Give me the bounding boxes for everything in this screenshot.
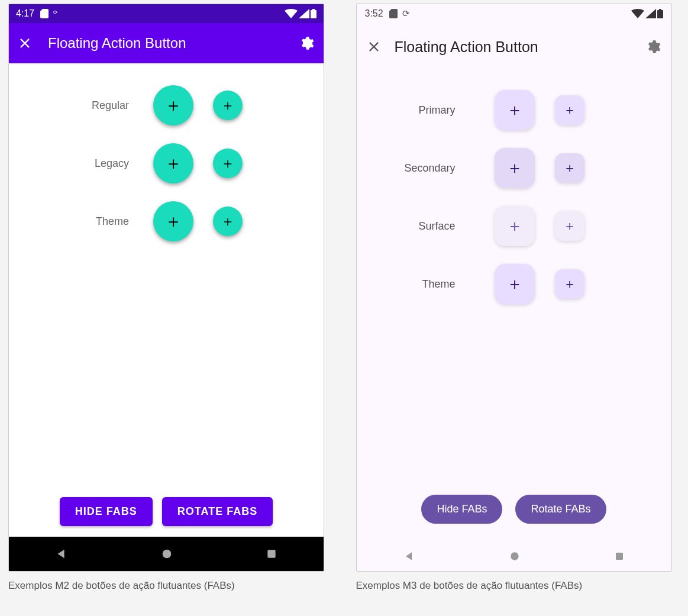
- gear-icon[interactable]: [299, 36, 314, 51]
- fab-small[interactable]: ＋: [555, 95, 584, 125]
- plus-icon: ＋: [506, 276, 523, 292]
- plus-icon: ＋: [506, 102, 523, 118]
- plus-icon: ＋: [221, 214, 235, 228]
- nav-recent-icon[interactable]: [614, 551, 625, 562]
- sync-icon: ⟳: [402, 8, 410, 19]
- fab-large[interactable]: ＋: [495, 264, 535, 304]
- fab-row-label: Secondary: [357, 162, 484, 175]
- fab-large[interactable]: ＋: [495, 206, 535, 246]
- status-time: 4:17: [16, 8, 34, 19]
- sd-card-icon: [40, 9, 49, 18]
- fab-small[interactable]: ＋: [213, 207, 243, 236]
- rotate-fabs-button[interactable]: Rotate FABs: [515, 495, 606, 524]
- m2-body: Regular＋＋Legacy＋＋Theme＋＋ HIDE FABS ROTAT…: [9, 63, 324, 537]
- plus-icon: ＋: [506, 160, 523, 176]
- fab-small[interactable]: ＋: [555, 153, 584, 183]
- hide-fabs-button[interactable]: Hide FABs: [421, 495, 502, 524]
- plus-icon: ＋: [563, 220, 576, 233]
- fab-row-label: Legacy: [9, 157, 142, 170]
- m3-column: 3:52 ⟳: [356, 4, 680, 592]
- plus-icon: ＋: [164, 154, 182, 172]
- nav-recent-icon[interactable]: [266, 548, 277, 560]
- battery-icon: [657, 9, 663, 18]
- plus-icon: ＋: [221, 98, 235, 112]
- fab-large[interactable]: ＋: [495, 148, 535, 188]
- fab-row: Theme＋＋: [357, 255, 671, 313]
- nav-back-icon[interactable]: [55, 547, 68, 560]
- m3-status-bar: 3:52 ⟳: [357, 4, 671, 23]
- plus-icon: ＋: [563, 104, 576, 117]
- wifi-icon: [285, 9, 298, 18]
- signal-icon: [299, 9, 309, 18]
- close-icon[interactable]: [367, 40, 380, 53]
- m2-caption: Exemplos M2 de botões de ação flutuantes…: [8, 580, 332, 592]
- sync-icon: ⟳: [53, 9, 63, 18]
- plus-icon: ＋: [563, 278, 576, 291]
- signal-icon: [645, 9, 656, 18]
- appbar-title: Floating Action Button: [395, 38, 538, 56]
- appbar-title: Floating Action Button: [48, 35, 186, 51]
- battery-icon: [311, 9, 316, 18]
- m2-status-bar: 4:17 ⟳: [9, 4, 324, 23]
- fab-large[interactable]: ＋: [495, 90, 535, 130]
- gear-icon[interactable]: [645, 39, 661, 54]
- fab-small[interactable]: ＋: [213, 149, 243, 178]
- m3-appbar: Floating Action Button: [357, 23, 671, 70]
- rotate-fabs-button[interactable]: ROTATE FABS: [162, 497, 273, 526]
- fab-large[interactable]: ＋: [153, 201, 193, 241]
- fab-row-label: Regular: [9, 99, 142, 112]
- m2-appbar: Floating Action Button: [9, 23, 324, 63]
- fab-row: Primary＋＋: [357, 81, 671, 139]
- nav-home-icon[interactable]: [509, 550, 521, 562]
- wifi-icon: [631, 9, 644, 18]
- svg-rect-6: [659, 9, 661, 10]
- svg-rect-4: [267, 550, 275, 557]
- fab-large[interactable]: ＋: [153, 85, 193, 125]
- svg-rect-8: [616, 553, 623, 560]
- plus-icon: ＋: [506, 218, 523, 234]
- m3-system-navbar: [357, 541, 671, 571]
- fab-large[interactable]: ＋: [153, 143, 193, 183]
- status-time: 3:52: [365, 8, 383, 19]
- fab-small[interactable]: ＋: [213, 91, 243, 120]
- hide-fabs-button[interactable]: HIDE FABS: [60, 497, 153, 526]
- svg-rect-2: [312, 9, 315, 10]
- fab-row: Theme＋＋: [9, 192, 324, 250]
- fab-row: Regular＋＋: [9, 76, 324, 134]
- m3-bottom-buttons: Hide FABs Rotate FABs: [357, 495, 671, 541]
- plus-icon: ＋: [164, 96, 182, 114]
- m3-caption: Exemplos M3 de botões de ação flutuantes…: [356, 580, 680, 592]
- fab-small[interactable]: ＋: [555, 269, 584, 299]
- svg-point-7: [511, 552, 518, 560]
- plus-icon: ＋: [563, 162, 576, 175]
- m3-phone-frame: 3:52 ⟳: [356, 4, 672, 572]
- m2-column: 4:17 ⟳: [8, 4, 332, 592]
- spacer: [9, 250, 324, 497]
- m2-bottom-buttons: HIDE FABS ROTATE FABS: [9, 497, 324, 537]
- fab-row-label: Theme: [357, 278, 484, 291]
- fab-row: Surface＋＋: [357, 197, 671, 255]
- nav-back-icon[interactable]: [403, 550, 415, 562]
- close-icon[interactable]: [18, 37, 31, 50]
- m3-body: Primary＋＋Secondary＋＋Surface＋＋Theme＋＋ Hid…: [357, 70, 671, 541]
- m2-phone-frame: 4:17 ⟳: [8, 4, 324, 572]
- fab-row-label: Surface: [357, 220, 484, 233]
- nav-home-icon[interactable]: [160, 547, 173, 560]
- plus-icon: ＋: [221, 156, 235, 170]
- fab-row-label: Primary: [357, 104, 484, 117]
- svg-rect-1: [311, 10, 316, 18]
- plus-icon: ＋: [164, 212, 182, 230]
- svg-point-3: [163, 550, 172, 559]
- comparison-wrap: 4:17 ⟳: [0, 0, 688, 604]
- fab-row-label: Theme: [9, 215, 142, 228]
- m2-system-navbar: [9, 537, 324, 571]
- fab-row: Legacy＋＋: [9, 134, 324, 192]
- spacer: [357, 313, 671, 495]
- svg-rect-5: [657, 10, 663, 18]
- svg-text:⟳: ⟳: [53, 9, 58, 15]
- sd-card-icon: [389, 9, 398, 18]
- fab-row: Secondary＋＋: [357, 139, 671, 197]
- fab-small[interactable]: ＋: [555, 211, 584, 241]
